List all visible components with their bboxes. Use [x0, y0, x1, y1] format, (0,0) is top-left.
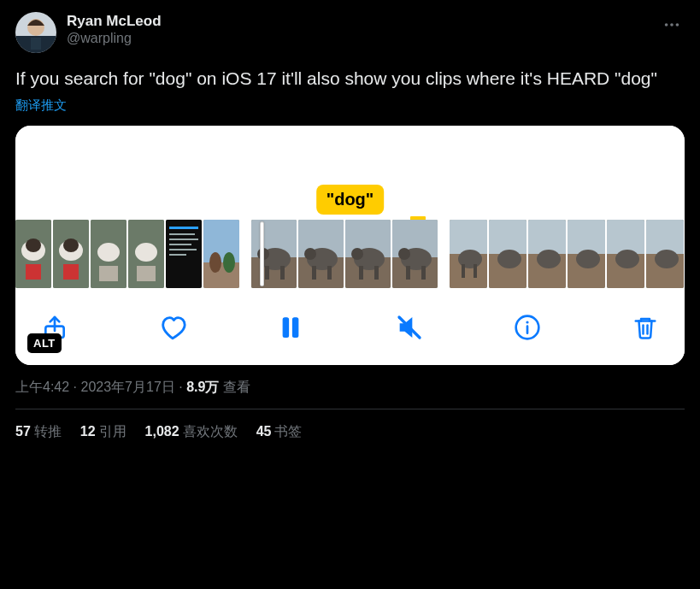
tweet-text: If you search for "dog" on iOS 17 it'll …	[15, 67, 685, 91]
tweet-time[interactable]: 上午4:42	[15, 380, 69, 394]
svg-rect-60	[474, 264, 477, 278]
svg-rect-17	[99, 266, 118, 281]
thumb	[203, 220, 239, 288]
svg-rect-70	[607, 220, 644, 254]
svg-rect-43	[327, 266, 332, 280]
thumb	[528, 220, 566, 288]
tweet-date[interactable]: 2023年7月17日	[80, 380, 174, 394]
avatar[interactable]	[15, 12, 56, 53]
author-handle[interactable]: @warpling	[67, 30, 659, 47]
svg-point-75	[655, 250, 679, 268]
svg-rect-25	[169, 244, 191, 245]
thumb	[166, 220, 202, 288]
svg-rect-64	[528, 220, 566, 254]
more-icon[interactable]	[659, 12, 685, 41]
svg-rect-24	[169, 239, 198, 240]
svg-point-6	[676, 23, 679, 27]
svg-point-47	[351, 248, 363, 260]
thumb	[489, 220, 526, 288]
svg-point-13	[63, 239, 79, 252]
media-toolbar	[15, 297, 685, 365]
svg-rect-28	[203, 220, 239, 262]
views-count: 8.9万	[186, 380, 219, 394]
tweet-container: Ryan McLeod @warpling If you search for …	[0, 0, 700, 441]
svg-point-5	[670, 23, 674, 27]
svg-rect-56	[450, 220, 487, 254]
svg-rect-3	[31, 38, 41, 50]
svg-rect-23	[169, 233, 195, 235]
svg-rect-67	[568, 220, 605, 254]
tweet-meta: 上午4:422023年7月17日8.9万 查看	[15, 379, 685, 397]
svg-point-16	[97, 243, 120, 262]
heart-icon[interactable]	[157, 312, 188, 343]
translate-link[interactable]: 翻译推文	[15, 97, 67, 114]
svg-rect-59	[462, 264, 465, 278]
clip-group-3	[450, 220, 684, 288]
svg-rect-27	[169, 254, 186, 256]
thumb	[568, 220, 605, 288]
clip-group-1	[15, 220, 239, 288]
svg-rect-20	[137, 266, 156, 281]
thumb	[450, 220, 487, 288]
search-tag: "dog"	[316, 185, 385, 215]
svg-point-41	[304, 248, 316, 260]
info-icon[interactable]	[512, 312, 543, 343]
engagement-counts: 57转推 12引用 1,082喜欢次数 45书签	[15, 409, 685, 441]
svg-point-66	[537, 250, 561, 268]
thumb	[91, 220, 126, 288]
playhead[interactable]	[260, 221, 264, 286]
svg-point-63	[497, 250, 521, 268]
svg-point-69	[576, 250, 600, 268]
media-top: "dog"	[15, 126, 685, 220]
bookmarks-count[interactable]: 45书签	[256, 423, 303, 441]
thumb	[251, 220, 297, 288]
author-names: Ryan McLeod @warpling	[67, 12, 659, 47]
thumb	[128, 220, 164, 288]
svg-rect-55	[421, 266, 426, 280]
svg-rect-54	[406, 266, 410, 280]
svg-point-72	[615, 250, 639, 268]
svg-rect-73	[646, 220, 684, 254]
svg-rect-61	[489, 220, 526, 254]
svg-rect-42	[312, 266, 316, 280]
svg-rect-37	[280, 266, 285, 280]
svg-point-19	[135, 243, 157, 262]
clip-group-2	[251, 220, 438, 288]
svg-rect-78	[293, 318, 298, 338]
mute-icon[interactable]	[394, 312, 425, 343]
thumb	[607, 220, 644, 288]
thumb	[298, 220, 344, 288]
svg-point-31	[223, 252, 235, 273]
author-display-name[interactable]: Ryan McLeod	[67, 12, 659, 30]
svg-rect-10	[26, 264, 41, 280]
svg-rect-22	[169, 227, 198, 229]
alt-badge[interactable]: ALT	[27, 333, 62, 353]
svg-point-53	[398, 248, 410, 260]
svg-point-30	[209, 252, 221, 273]
svg-point-9	[26, 239, 41, 252]
svg-rect-49	[374, 266, 379, 280]
thumb	[15, 220, 51, 288]
thumb	[345, 220, 391, 288]
svg-point-4	[665, 23, 668, 27]
svg-point-82	[526, 321, 528, 324]
media-card[interactable]: "dog"	[15, 126, 685, 365]
svg-rect-14	[63, 264, 79, 280]
trash-icon[interactable]	[630, 312, 661, 343]
thumb	[392, 220, 438, 288]
retweets-count[interactable]: 57转推	[15, 423, 62, 441]
svg-rect-77	[284, 318, 289, 338]
pause-icon[interactable]	[275, 312, 306, 343]
quotes-count[interactable]: 12引用	[80, 423, 126, 441]
svg-rect-36	[265, 266, 269, 280]
thumb	[53, 220, 89, 288]
svg-rect-48	[359, 266, 363, 280]
views-label: 查看	[223, 380, 250, 394]
thumb	[646, 220, 684, 288]
tweet-header: Ryan McLeod @warpling	[15, 12, 685, 53]
likes-count[interactable]: 1,082喜欢次数	[145, 423, 238, 441]
svg-rect-26	[169, 249, 197, 250]
video-scrubber[interactable]	[15, 220, 685, 297]
